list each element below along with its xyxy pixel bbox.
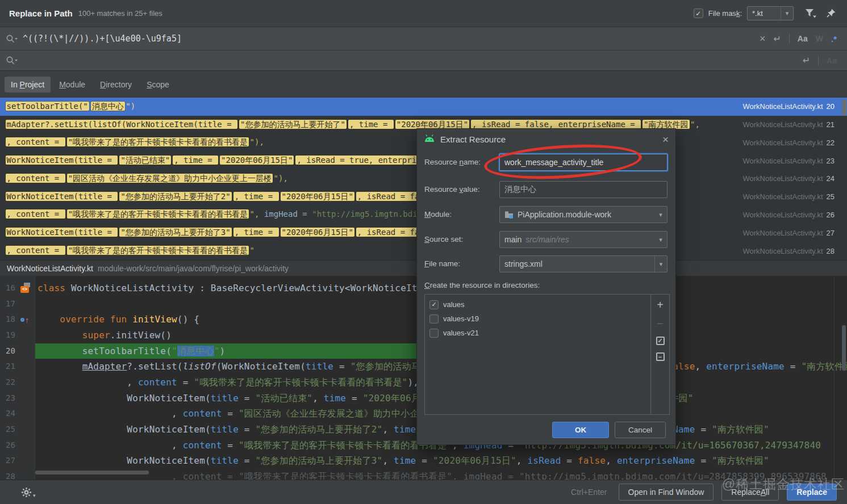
result-row[interactable]: setToolbarTitle("消息中心")WorkNoticeListAct… bbox=[0, 98, 847, 116]
result-file-ref: WorkNoticeListActivity.kt26 bbox=[742, 206, 835, 224]
file-name-dropdown[interactable]: strings.xml ▾ bbox=[499, 255, 667, 272]
search-field-row[interactable]: ^((?!(\*|//)).)+[\u4e00-\u9fa5] × ↵ Aa W… bbox=[0, 27, 847, 51]
directory-row[interactable]: values-v21 bbox=[425, 326, 650, 340]
insert-newline-icon[interactable]: ↵ bbox=[773, 33, 781, 44]
regex-toggle[interactable]: .* bbox=[831, 34, 837, 44]
match-case-toggle[interactable]: Aa bbox=[798, 34, 808, 43]
select-all-icon[interactable]: ✓ bbox=[656, 337, 665, 345]
tab-in-project[interactable]: In Project bbox=[5, 77, 51, 93]
result-file-ref: WorkNoticeListActivity.kt21 bbox=[742, 116, 835, 134]
add-directory-icon[interactable]: + bbox=[657, 299, 664, 310]
pin-icon[interactable] bbox=[823, 7, 838, 20]
line-number: 18 bbox=[6, 312, 15, 327]
file-mask-checkbox[interactable]: ✓ bbox=[694, 9, 703, 18]
line-number: 16 bbox=[6, 280, 15, 296]
dialog-buttons: OK Cancel bbox=[417, 422, 675, 438]
clear-search-icon[interactable]: × bbox=[760, 33, 766, 45]
editor-line[interactable]: 27 WorkNoticeItem(title = "您参加的活动马上要开始了3… bbox=[0, 453, 847, 469]
source-set-path: src/main/res bbox=[525, 235, 569, 244]
file-mask-value: *.kt bbox=[752, 9, 763, 18]
resource-value-input[interactable]: 消息中心 bbox=[499, 181, 667, 198]
replace-field-row[interactable]: ↵ Aa bbox=[0, 51, 847, 71]
close-icon[interactable]: × bbox=[662, 134, 669, 145]
search-query[interactable]: ^((?!(\*|//)).)+[\u4e00-\u9fa5] bbox=[23, 33, 182, 44]
directories-rows: ✓valuesvalues-v19values-v21 bbox=[425, 297, 650, 340]
editor-vertical-scrollbar[interactable] bbox=[842, 325, 846, 371]
chevron-down-icon: ▾ bbox=[654, 256, 667, 272]
module-dropdown[interactable]: PiApplication.module-work ▾ bbox=[499, 206, 667, 223]
directory-row[interactable]: ✓values bbox=[425, 297, 650, 312]
footer-bar: ▾ Ctrl+Enter Open in Find Window Replace… bbox=[0, 480, 847, 504]
result-text: , content = "哦我带来了是的客开卡顿卡顿卡卡看看的看书看是", im… bbox=[5, 209, 436, 220]
line-number: 21 bbox=[6, 359, 15, 375]
file-mask-label: File mask: bbox=[708, 9, 742, 18]
file-name-label: File name: bbox=[424, 259, 460, 268]
source-set-field-wrap: main src/main/res ▾ bbox=[499, 231, 667, 248]
resource-value-field-wrap: 消息中心 bbox=[499, 181, 667, 198]
preserve-case-toggle[interactable]: Aa bbox=[827, 56, 837, 65]
code-text: , content = "哦我带来了是的客开卡顿卡顿卡卡看看的看书看是"), bbox=[37, 375, 419, 390]
replace-search-icon bbox=[6, 56, 18, 65]
module-icon bbox=[504, 211, 514, 219]
window-title: Replace in Path bbox=[9, 9, 73, 18]
code-text: , content = "哦我带来了是的客开卡顿卡顿卡卡看看的看书看是", im… bbox=[37, 469, 827, 480]
result-text: , content = "哦我带来了是的客开卡顿卡顿卡卡看看的看书看是"), bbox=[5, 137, 264, 148]
kotlin-gutter-icon[interactable]: <> bbox=[20, 283, 31, 296]
result-file-ref: WorkNoticeListActivity.kt25 bbox=[742, 188, 835, 206]
directories-toolbar: + − ✓ − bbox=[650, 295, 669, 414]
tab-directory[interactable]: Directory bbox=[94, 77, 138, 93]
whole-words-toggle[interactable]: W bbox=[816, 34, 823, 43]
footer-actions: Ctrl+Enter Open in Find Window Replace A… bbox=[571, 484, 837, 501]
extract-resource-dialog: Extract Resource × Resource name: work_m… bbox=[416, 128, 676, 445]
shortcut-hint: Ctrl+Enter bbox=[571, 488, 607, 497]
override-gutter-icon[interactable]: ↑ bbox=[20, 314, 29, 324]
file-name-field-wrap: strings.xml ▾ bbox=[499, 255, 667, 272]
chevron-down-icon: ▾ bbox=[33, 493, 36, 498]
ok-button[interactable]: OK bbox=[552, 422, 609, 438]
result-file-ref: WorkNoticeListActivity.kt28 bbox=[742, 242, 835, 260]
divider bbox=[818, 56, 819, 66]
dialog-title: Extract Resource bbox=[440, 135, 506, 144]
results-scrollbar[interactable] bbox=[842, 99, 846, 116]
directory-label: values-v19 bbox=[443, 314, 479, 323]
directory-checkbox[interactable]: ✓ bbox=[429, 300, 439, 309]
replace-field-icons: ↵ Aa bbox=[803, 55, 847, 66]
cancel-button[interactable]: Cancel bbox=[615, 422, 666, 438]
source-set-dropdown[interactable]: main src/main/res ▾ bbox=[499, 231, 667, 248]
directory-checkbox[interactable] bbox=[429, 314, 439, 324]
code-text: WorkNoticeItem(title = "您参加的活动马上要开始了3", … bbox=[37, 453, 769, 469]
replace-all-button[interactable]: Replace All bbox=[721, 484, 779, 501]
replace-button[interactable]: Replace bbox=[787, 484, 837, 501]
module-field-wrap: PiApplication.module-work ▾ bbox=[499, 206, 667, 223]
result-file-ref: WorkNoticeListActivity.kt22 bbox=[742, 134, 835, 152]
settings-gear-icon[interactable]: ▾ bbox=[20, 486, 36, 498]
resource-name-label: Resource name: bbox=[424, 158, 481, 166]
open-in-find-window-button[interactable]: Open in Find Window bbox=[619, 484, 714, 501]
replace-in-path-window: Replace in Path 100+ matches in 25+ file… bbox=[0, 0, 847, 504]
editor-horizontal-scrollbar[interactable] bbox=[35, 471, 149, 474]
search-icon bbox=[6, 34, 18, 44]
line-number: 20 bbox=[6, 343, 15, 359]
dialog-title-bar: Extract Resource × bbox=[417, 129, 675, 149]
directory-checkbox[interactable] bbox=[429, 329, 439, 338]
chevron-down-icon: ▾ bbox=[654, 232, 667, 247]
directory-row[interactable]: values-v19 bbox=[425, 312, 650, 326]
remove-directory-icon[interactable]: − bbox=[657, 318, 664, 329]
right-margin-guide bbox=[834, 276, 835, 480]
tab-module[interactable]: Module bbox=[53, 77, 91, 93]
resource-name-input[interactable]: work_message_activity_title bbox=[499, 154, 667, 171]
insert-newline-icon[interactable]: ↵ bbox=[803, 55, 810, 66]
chevron-down-icon: ▾ bbox=[781, 7, 793, 20]
line-number: 23 bbox=[6, 390, 15, 406]
match-summary: 100+ matches in 25+ files bbox=[78, 9, 162, 18]
tab-scope[interactable]: Scope bbox=[140, 77, 176, 93]
file-mask-combo[interactable]: *.kt ▾ bbox=[747, 6, 794, 20]
unselect-all-icon[interactable]: − bbox=[656, 352, 665, 361]
code-text: override fun initView() { bbox=[37, 312, 199, 327]
chevron-down-icon: ▾ bbox=[654, 207, 667, 222]
directory-label: values-v21 bbox=[443, 329, 479, 337]
resource-value-label: Resource value: bbox=[424, 185, 480, 194]
filter-icon[interactable] bbox=[803, 7, 818, 20]
code-text: class WorkNoticeListActivity : BaseRecyc… bbox=[37, 280, 456, 296]
line-number: 26 bbox=[6, 438, 15, 453]
